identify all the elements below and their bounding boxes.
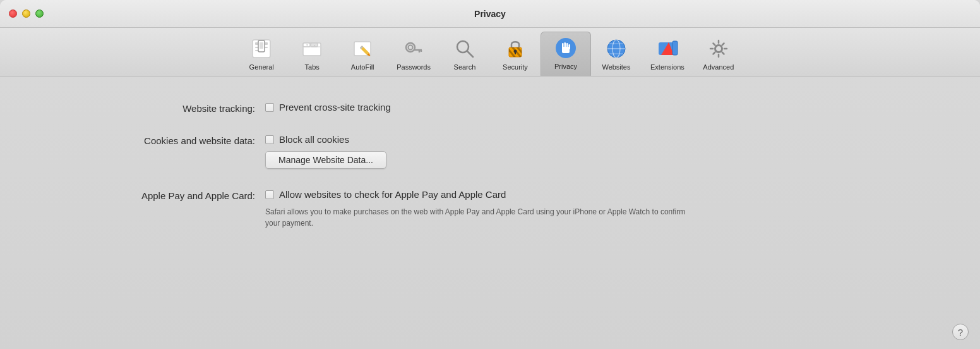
tab-general-label: General [249, 63, 274, 71]
apple-pay-row: Apple Pay and Apple Card: Allow websites… [0, 189, 980, 229]
manage-website-data-button[interactable]: Manage Website Data... [265, 151, 386, 169]
svg-line-50 [713, 44, 715, 46]
passwords-icon [402, 37, 426, 61]
svg-point-16 [406, 43, 415, 52]
svg-point-17 [409, 46, 413, 50]
apple-pay-label: Apple Pay and Apple Card: [51, 189, 265, 201]
svg-rect-29 [515, 52, 516, 54]
websites-icon [604, 37, 628, 61]
tab-general[interactable]: General [236, 33, 287, 76]
website-tracking-row: Website tracking: Prevent cross-site tra… [0, 102, 980, 114]
security-icon [503, 37, 527, 61]
svg-rect-32 [562, 43, 564, 49]
tab-search-label: Search [454, 63, 476, 71]
privacy-icon [554, 36, 578, 60]
tab-autofill[interactable]: AutoFill [337, 33, 388, 76]
tab-tabs[interactable]: × + Tabs [287, 33, 337, 76]
window-title: Privacy [474, 9, 506, 19]
svg-point-45 [715, 46, 722, 52]
tab-websites[interactable]: Websites [591, 33, 642, 76]
svg-line-52 [722, 44, 724, 46]
apple-pay-content: Allow websites to check for Apple Pay an… [265, 189, 695, 229]
tab-advanced-label: Advanced [703, 63, 734, 71]
help-button[interactable]: ? [952, 324, 969, 340]
website-tracking-checkbox-row: Prevent cross-site tracking [265, 102, 391, 113]
search-toolbar-icon [453, 37, 477, 61]
apple-pay-description: Safari allows you to make purchases on t… [265, 206, 695, 229]
extensions-icon [655, 37, 679, 61]
general-icon [249, 37, 273, 61]
toolbar: General × + Tabs [0, 28, 980, 77]
apple-pay-checkbox-row: Allow websites to check for Apple Pay an… [265, 189, 695, 200]
tab-security[interactable]: Security [490, 33, 541, 76]
advanced-icon [707, 37, 731, 61]
cookies-label: Cookies and website data: [51, 134, 265, 146]
tab-security-label: Security [503, 63, 528, 71]
website-tracking-label: Website tracking: [51, 102, 265, 114]
svg-rect-44 [672, 41, 678, 55]
svg-rect-34 [566, 43, 568, 49]
cookies-checkbox[interactable] [265, 135, 274, 144]
apple-pay-checkbox[interactable] [265, 190, 274, 199]
svg-text:×: × [306, 43, 308, 47]
tab-passwords[interactable]: Passwords [388, 33, 439, 76]
tab-tabs-label: Tabs [305, 63, 320, 71]
tab-websites-label: Websites [602, 63, 630, 71]
maximize-button[interactable] [35, 9, 44, 18]
website-tracking-checkbox[interactable] [265, 103, 274, 112]
tabs-icon: × + [300, 37, 324, 61]
tab-autofill-label: AutoFill [351, 63, 374, 71]
tab-passwords-label: Passwords [397, 63, 431, 71]
svg-line-51 [722, 52, 724, 54]
tab-privacy-label: Privacy [554, 63, 577, 70]
cookies-checkbox-row: Block all cookies [265, 134, 386, 145]
svg-line-22 [467, 51, 473, 57]
title-bar: Privacy [0, 0, 980, 28]
traffic-lights [9, 9, 44, 18]
svg-rect-5 [260, 42, 263, 49]
cookies-checkbox-label: Block all cookies [279, 134, 349, 145]
website-tracking-checkbox-label: Prevent cross-site tracking [279, 102, 391, 113]
svg-line-53 [713, 52, 715, 54]
window: Privacy General [0, 0, 980, 349]
close-button[interactable] [9, 9, 17, 18]
tab-advanced[interactable]: Advanced [693, 33, 744, 76]
svg-rect-33 [564, 42, 566, 49]
cookies-content: Block all cookies Manage Website Data... [265, 134, 386, 169]
apple-pay-checkbox-label: Allow websites to check for Apple Pay an… [279, 189, 506, 200]
autofill-icon [350, 37, 374, 61]
tab-extensions[interactable]: Extensions [642, 33, 693, 76]
svg-rect-35 [568, 44, 570, 49]
minimize-button[interactable] [22, 9, 30, 18]
website-tracking-content: Prevent cross-site tracking [265, 102, 391, 113]
tab-privacy[interactable]: Privacy [541, 32, 591, 76]
cookies-row: Cookies and website data: Block all cook… [0, 134, 980, 169]
tab-extensions-label: Extensions [650, 63, 684, 71]
tab-search[interactable]: Search [439, 33, 490, 76]
content-area: Website tracking: Prevent cross-site tra… [0, 77, 980, 349]
